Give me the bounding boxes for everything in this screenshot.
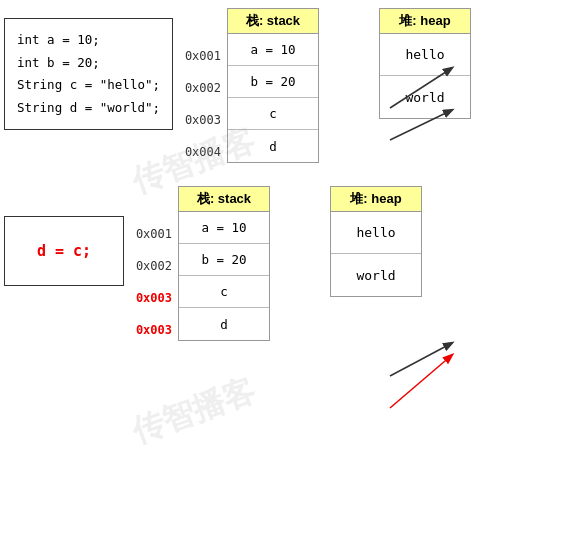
code-line-2: int b = 20; [17,52,160,75]
bottom-heap: 堆: heap hello world [330,186,422,297]
top-addr-1: 0x002 [179,72,225,104]
top-stack-cell-3: d [228,130,318,162]
top-stack-header: 栈: stack [227,8,319,34]
top-heap-header: 堆: heap [379,8,471,34]
top-heap-body: hello world [379,33,471,119]
code-line-1: int a = 10; [17,29,160,52]
watermark2: 传智播客 [126,369,261,454]
top-addr-0: 0x001 [179,40,225,72]
top-section: int a = 10; int b = 20; String c = "hell… [4,8,567,168]
top-stack-body: a = 10 b = 20 c d [227,33,319,163]
top-heap-cell-0: hello [380,34,470,76]
top-addr-3: 0x004 [179,136,225,168]
top-stack-cell-1: b = 20 [228,66,318,98]
bottom-stack-body: a = 10 b = 20 c d [178,211,270,341]
svg-line-3 [390,355,452,408]
top-code-box: int a = 10; int b = 20; String c = "hell… [4,18,173,130]
bottom-stack-cell-2: c [179,276,269,308]
bottom-heap-cell-0: hello [331,212,421,254]
bottom-heap-cell-1: world [331,254,421,296]
bottom-addr-3: 0x003 [130,314,176,346]
code-line-4: String d = "world"; [17,97,160,120]
bottom-heap-body: hello world [330,211,422,297]
bottom-stack-cell-1: b = 20 [179,244,269,276]
bottom-stack: 栈: stack a = 10 b = 20 c d [178,186,270,341]
bottom-addr-0: 0x001 [130,218,176,250]
bottom-stack-cell-0: a = 10 [179,212,269,244]
main-container: int a = 10; int b = 20; String c = "hell… [0,0,571,354]
bottom-stack-cell-3: d [179,308,269,340]
top-stack-cell-2: c [228,98,318,130]
top-stack: 栈: stack a = 10 b = 20 c d [227,8,319,163]
top-heap: 堆: heap hello world [379,8,471,119]
bottom-addr-1: 0x002 [130,250,176,282]
bottom-heap-header: 堆: heap [330,186,422,212]
bottom-stack-header: 栈: stack [178,186,270,212]
top-addr-col: 0x001 0x002 0x003 0x004 [179,40,225,168]
code-line-3: String c = "hello"; [17,74,160,97]
bottom-addr-col: 0x001 0x002 0x003 0x003 [130,218,176,346]
bottom-code-box: d = c; [4,216,124,286]
bottom-code-text: d = c; [37,242,91,260]
bottom-addr-2: 0x003 [130,282,176,314]
top-stack-cell-0: a = 10 [228,34,318,66]
top-heap-cell-1: world [380,76,470,118]
top-addr-2: 0x003 [179,104,225,136]
bottom-section: d = c; 0x001 0x002 0x003 0x003 栈: stack … [4,186,567,346]
